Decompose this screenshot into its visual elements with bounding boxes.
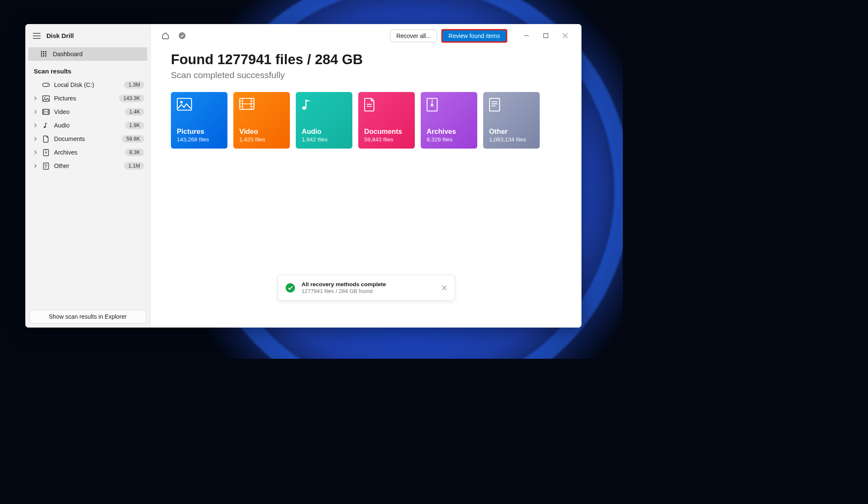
- sidebar-nav: Dashboard: [25, 47, 150, 61]
- sidebar-item-other[interactable]: Other 1.1M: [25, 159, 150, 173]
- svg-point-17: [179, 33, 186, 39]
- card-title: Audio: [302, 127, 346, 135]
- checkmark-circle-icon[interactable]: [178, 32, 186, 39]
- show-in-explorer-button[interactable]: Show scan results in Explorer: [30, 310, 146, 323]
- film-icon: [42, 108, 50, 116]
- card-video[interactable]: Video 1,425 files: [233, 92, 290, 149]
- toast-sub: 1277941 files / 284 GB found: [302, 288, 435, 294]
- card-count: 1,063,134 files: [489, 136, 534, 143]
- grid-icon: [41, 51, 47, 57]
- page-heading: Found 1277941 files / 284 GB: [171, 51, 561, 68]
- window-controls: [516, 29, 575, 43]
- file-icon: [42, 162, 50, 170]
- card-documents[interactable]: Documents 59,843 files: [358, 92, 415, 149]
- success-check-icon: [286, 283, 295, 293]
- document-icon: [42, 135, 50, 143]
- card-title: Other: [489, 127, 534, 135]
- svg-rect-5: [45, 53, 46, 54]
- count-badge: 8.3K: [125, 149, 144, 156]
- chevron-right-icon: [34, 96, 38, 100]
- count-badge: 59.8K: [122, 135, 144, 143]
- sidebar-footer: Show scan results in Explorer: [25, 306, 150, 328]
- svg-rect-11: [43, 96, 49, 101]
- file-icon: [489, 98, 534, 117]
- toast-notification: All recovery methods complete 1277941 fi…: [278, 275, 455, 301]
- archive-icon: [42, 149, 50, 156]
- card-count: 8,329 files: [427, 136, 471, 143]
- app-title: Disk Drill: [46, 32, 74, 39]
- chevron-right-icon: [34, 137, 38, 141]
- toolbar-left: [162, 32, 186, 39]
- chevron-right-icon: [34, 150, 38, 154]
- count-badge: 1.9K: [125, 122, 144, 129]
- sidebar-item-pictures[interactable]: Pictures 143.3K: [25, 92, 150, 105]
- card-archives[interactable]: Archives 8,329 files: [421, 92, 477, 149]
- image-icon: [42, 95, 50, 102]
- app-window: Disk Drill Dashboard Scan results Local …: [25, 24, 581, 328]
- sidebar-item-dashboard[interactable]: Dashboard: [28, 47, 147, 61]
- toolbar: Recover all... Review found items: [151, 24, 581, 47]
- sidebar-item-disk[interactable]: Local Disk (C:) 1.3M: [25, 78, 150, 92]
- svg-point-14: [44, 126, 46, 128]
- content: Found 1277941 files / 284 GB Scan comple…: [151, 47, 581, 328]
- archive-icon: [427, 98, 471, 117]
- card-audio[interactable]: Audio 1,942 files: [296, 92, 352, 149]
- svg-point-12: [44, 97, 46, 98]
- count-badge: 1.4K: [125, 108, 144, 116]
- card-other[interactable]: Other 1,063,134 files: [483, 92, 540, 149]
- dashboard-label: Dashboard: [53, 51, 83, 57]
- svg-rect-0: [41, 51, 42, 52]
- sidebar-item-audio[interactable]: Audio 1.9K: [25, 119, 150, 132]
- home-icon[interactable]: [162, 32, 169, 39]
- sidebar-item-label: Documents: [54, 135, 118, 142]
- svg-rect-9: [43, 83, 49, 87]
- sidebar-item-label: Video: [54, 108, 121, 115]
- count-badge: 1.1M: [124, 162, 144, 170]
- toast-body: All recovery methods complete 1277941 fi…: [302, 281, 435, 294]
- svg-rect-8: [45, 55, 46, 57]
- document-icon: [364, 98, 409, 117]
- scan-results-label: Scan results: [25, 61, 150, 78]
- svg-rect-19: [177, 98, 192, 110]
- close-button[interactable]: [555, 29, 575, 43]
- sidebar-item-label: Local Disk (C:): [54, 81, 120, 88]
- card-title: Video: [239, 127, 284, 135]
- count-badge: 1.3M: [124, 81, 144, 89]
- chevron-right-icon: [34, 123, 38, 127]
- disk-icon: [42, 81, 50, 89]
- svg-rect-7: [43, 55, 44, 57]
- category-cards: Pictures 143,268 files Video 1,425 files…: [171, 92, 561, 149]
- hamburger-icon[interactable]: [33, 33, 41, 39]
- sidebar-header: Disk Drill: [25, 24, 150, 47]
- maximize-button[interactable]: [536, 29, 555, 43]
- sidebar: Disk Drill Dashboard Scan results Local …: [25, 24, 151, 328]
- image-icon: [177, 98, 222, 117]
- spacer: [34, 83, 38, 87]
- toast-close-button[interactable]: [442, 285, 447, 290]
- toast-title: All recovery methods complete: [302, 281, 435, 287]
- sidebar-item-label: Audio: [54, 122, 121, 129]
- card-count: 1,425 files: [239, 136, 284, 143]
- music-note-icon: [302, 98, 346, 117]
- sidebar-item-video[interactable]: Video 1.4K: [25, 105, 150, 119]
- sidebar-item-label: Other: [54, 163, 120, 169]
- card-title: Pictures: [177, 127, 222, 135]
- svg-rect-2: [45, 51, 46, 52]
- recover-all-button[interactable]: Recover all...: [390, 30, 437, 42]
- card-count: 143,268 files: [177, 136, 222, 143]
- page-subheading: Scan completed successfully: [171, 70, 561, 80]
- card-count: 59,843 files: [364, 136, 409, 143]
- sidebar-item-archives[interactable]: Archives 8.3K: [25, 146, 150, 159]
- minimize-button[interactable]: [516, 29, 536, 43]
- review-found-items-button[interactable]: Review found items: [441, 29, 507, 43]
- card-pictures[interactable]: Pictures 143,268 files: [171, 92, 227, 149]
- svg-rect-3: [41, 53, 42, 54]
- sidebar-item-label: Pictures: [54, 95, 115, 102]
- sidebar-item-documents[interactable]: Documents 59.8K: [25, 132, 150, 146]
- count-badge: 143.3K: [119, 95, 144, 102]
- film-icon: [239, 98, 284, 117]
- svg-point-22: [302, 106, 306, 110]
- svg-rect-24: [489, 98, 500, 111]
- svg-rect-6: [41, 55, 42, 57]
- svg-point-20: [180, 101, 183, 103]
